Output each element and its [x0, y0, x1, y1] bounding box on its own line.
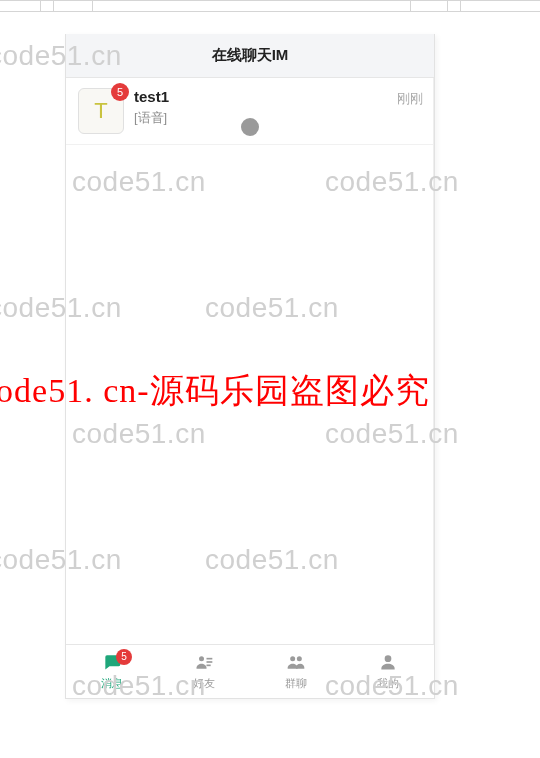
app-header: 在线聊天IM [66, 34, 434, 78]
phone-frame: 在线聊天IM T 5 test1 [语音] 刚刚 5 消息 [65, 34, 435, 699]
group-icon [285, 652, 307, 674]
tab-me[interactable]: 我的 [342, 645, 434, 698]
svg-point-0 [199, 656, 204, 661]
avatar-letter: T [94, 98, 107, 124]
svg-point-5 [297, 656, 302, 661]
loading-indicator [241, 118, 259, 136]
svg-point-6 [385, 655, 392, 662]
chat-timestamp: 刚刚 [397, 90, 423, 108]
chat-list[interactable]: T 5 test1 [语音] 刚刚 [66, 78, 434, 644]
chat-preview: [语音] [134, 109, 421, 127]
tab-messages[interactable]: 5 消息 [66, 645, 158, 698]
svg-rect-3 [207, 665, 211, 667]
tab-bar: 5 消息 好友 群聊 我的 [66, 644, 434, 698]
tab-label: 消息 [101, 676, 123, 691]
tab-friends[interactable]: 好友 [158, 645, 250, 698]
friends-icon [193, 652, 215, 674]
tab-label: 我的 [377, 676, 399, 691]
app-title: 在线聊天IM [212, 46, 289, 65]
tab-badge: 5 [116, 649, 132, 665]
svg-rect-1 [207, 658, 213, 660]
svg-point-4 [290, 656, 295, 661]
tab-label: 好友 [193, 676, 215, 691]
svg-rect-2 [207, 661, 213, 663]
chat-meta: test1 [语音] [134, 88, 421, 127]
chat-name: test1 [134, 88, 421, 105]
unread-badge: 5 [111, 83, 129, 101]
tab-label: 群聊 [285, 676, 307, 691]
tab-groups[interactable]: 群聊 [250, 645, 342, 698]
person-icon [377, 652, 399, 674]
avatar[interactable]: T 5 [78, 88, 124, 134]
